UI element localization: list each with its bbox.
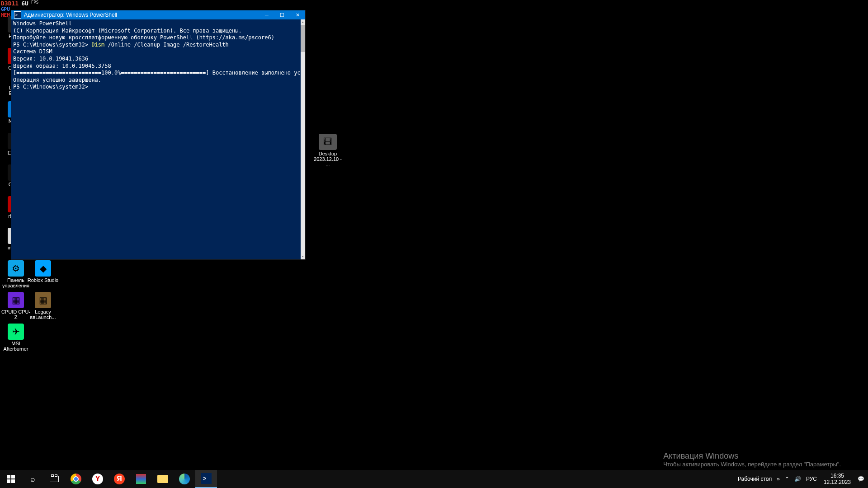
tray-volume-icon[interactable]: 🔊 [793, 476, 803, 482]
tray-overflow[interactable]: » [775, 476, 782, 482]
term-line: [==========================100.0%=======… [13, 70, 303, 77]
tray-desktop-label[interactable]: Рабочий стол [736, 476, 774, 482]
app-icon [136, 474, 146, 484]
system-tray: Рабочий стол » ⌃ 🔊 РУС 16:35 12.12.2023 … [736, 470, 868, 488]
tray-clock[interactable]: 16:35 12.12.2023 [820, 473, 854, 486]
desktop-icon-label: Roblox Studio [28, 277, 59, 283]
taskbar-app-yandex-red[interactable]: Я [108, 470, 130, 488]
desktop-icon-legacy-launcher[interactable]: ▦ Legacy ввLaunch... [27, 292, 59, 320]
taskview-button[interactable] [43, 470, 65, 488]
activation-watermark: Активация Windows Чтобы активировать Win… [663, 451, 841, 468]
desktop-icon-msi-afterburner[interactable]: ✈ MSI Afterburner [0, 324, 32, 352]
taskview-icon [50, 476, 59, 482]
term-line: Windows PowerShell [13, 20, 303, 28]
maximize-button[interactable]: ☐ [274, 10, 290, 19]
term-line: Версия образа: 10.0.19045.3758 [13, 63, 303, 70]
tray-action-center-icon[interactable]: 💬 [856, 476, 866, 482]
desktop-icon-roblox-studio[interactable]: ◆ Roblox Studio [27, 260, 59, 283]
taskbar: ⌕ Y Я >_ Рабочий стол » ⌃ 🔊 РУС 16:35 12… [0, 470, 868, 488]
titlebar[interactable]: >_ Администратор: Windows PowerShell ─ ☐… [11, 10, 305, 19]
powershell-icon: >_ [14, 11, 21, 19]
fps-overlay: D3D11 6U FPS [1, 0, 38, 7]
scrollbar-up-icon[interactable]: ▴ [301, 19, 305, 25]
taskbar-app-generic[interactable] [130, 470, 152, 488]
taskbar-app-chrome[interactable] [65, 470, 87, 488]
chrome-icon [71, 474, 81, 484]
scrollbar-thumb[interactable] [301, 25, 305, 52]
fps-api: D3D11 [1, 0, 19, 7]
term-prompt-line: PS C:\Windows\system32> Dism /Online /Cl… [13, 42, 303, 49]
tray-date: 12.12.2023 [824, 479, 851, 485]
tray-language[interactable]: РУС [804, 476, 819, 482]
windows-icon [7, 475, 15, 483]
term-line: Попробуйте новую кроссплатформенную обол… [13, 34, 303, 42]
yandex-red-icon: Я [114, 474, 125, 484]
fps-value: 6U [21, 0, 28, 7]
close-button[interactable]: ✕ [290, 10, 305, 19]
gpu-label: GPU [1, 6, 10, 12]
desktop-icon-label: MSI Afterburner [0, 341, 32, 352]
taskbar-app-explorer[interactable] [152, 470, 174, 488]
terminal-scrollbar[interactable]: ▴ ▾ [301, 19, 305, 259]
powershell-icon: >_ [201, 473, 212, 484]
tray-time: 16:35 [824, 473, 851, 479]
folder-icon [157, 475, 168, 483]
yandex-icon: Y [92, 474, 103, 484]
taskbar-app-edge[interactable] [174, 470, 195, 488]
edge-icon [179, 474, 190, 484]
start-button[interactable] [0, 470, 22, 488]
term-line: (C) Корпорация Майкрософт (Microsoft Cor… [13, 28, 303, 35]
search-icon: ⌕ [30, 474, 35, 484]
window-title: Администратор: Windows PowerShell [24, 12, 259, 18]
fps-label: FPS [31, 0, 38, 7]
powershell-window: >_ Администратор: Windows PowerShell ─ ☐… [11, 10, 306, 260]
desktop-icon-video[interactable]: 🎞 Desktop 2023.12.10 - ... [312, 134, 344, 167]
term-line: Операция успешно завершена. [13, 77, 303, 84]
term-line: PS C:\Windows\system32> [13, 84, 303, 91]
term-line: Система DISM [13, 48, 303, 56]
tray-chevron-up-icon[interactable]: ⌃ [783, 476, 791, 482]
watermark-title: Активация Windows [663, 451, 841, 461]
scrollbar-down-icon[interactable]: ▾ [301, 254, 305, 259]
watermark-text: Чтобы активировать Windows, перейдите в … [663, 461, 841, 468]
desktop-icon-label: Legacy ввLaunch... [27, 309, 59, 320]
taskbar-app-yandex[interactable]: Y [87, 470, 108, 488]
taskbar-app-powershell[interactable]: >_ [195, 470, 217, 488]
terminal-body[interactable]: Windows PowerShell (C) Корпорация Майкро… [11, 19, 305, 259]
taskbar-spacer [217, 470, 736, 488]
search-button[interactable]: ⌕ [22, 470, 43, 488]
minimize-button[interactable]: ─ [259, 10, 274, 19]
term-line: Версия: 10.0.19041.3636 [13, 56, 303, 63]
desktop-icon-label: Desktop 2023.12.10 - ... [312, 151, 344, 167]
